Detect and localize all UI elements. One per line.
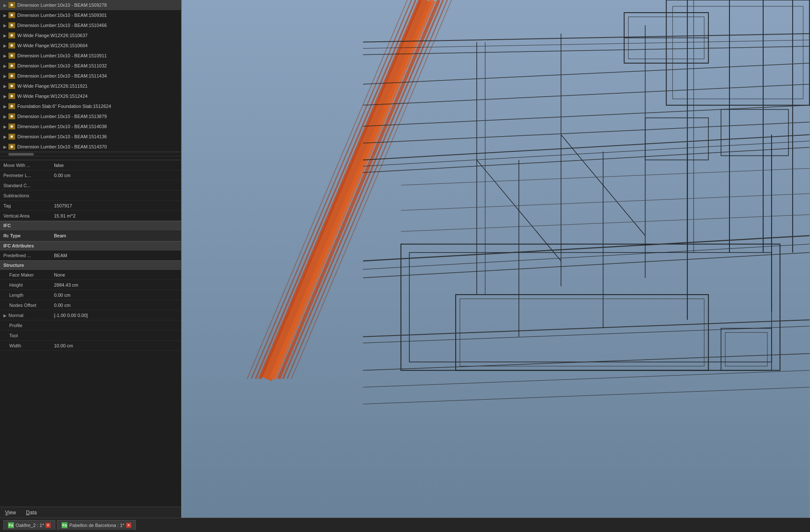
tree-item[interactable]: ▶▣Dimension Lumber:10x10 - BEAM:1509301 <box>0 10 181 20</box>
tree-arrow: ▶ <box>3 13 7 18</box>
section-ifc: IFC <box>0 221 181 230</box>
prop-label: Subtractions <box>3 193 54 198</box>
menu-data[interactable]: Data <box>24 509 38 516</box>
tree-icon: ▣ <box>8 113 15 119</box>
tree-icon: ▣ <box>8 124 15 129</box>
tree-arrow: ▶ <box>3 145 7 149</box>
structure-prop-row[interactable]: ▶Normal[-1.00 0.00 0.00] <box>0 310 181 320</box>
structure-prop-value: [-1.00 0.00 0.00] <box>54 313 178 318</box>
tree-arrow: ▶ <box>3 64 7 68</box>
tab-label-pabellon: Pabellon de Barcelona : 1* <box>69 523 124 528</box>
tree-item[interactable]: ▶▣Dimension Lumber:10x10 - BEAM:1511434 <box>0 71 181 81</box>
structure-prop-row[interactable]: Height2884.43 cm <box>0 280 181 290</box>
scrollbar-thumb <box>8 153 34 156</box>
structure-prop-value: 10.00 cm <box>54 343 178 348</box>
prop-label: Tag <box>3 203 54 208</box>
tree-arrow: ▶ <box>3 104 7 109</box>
prop-label: Move With ... <box>3 163 54 168</box>
tab-close-pabellon[interactable]: ✕ <box>126 523 131 528</box>
tree-item[interactable]: ▶▣Dimension Lumber:10x10 - BEAM:1510466 <box>0 20 181 30</box>
section-structure: Structure <box>0 261 181 270</box>
menu-bar: View Data <box>0 507 181 518</box>
structure-prop-label: Tool <box>3 333 54 338</box>
tree-icon: ▣ <box>8 83 15 89</box>
predefined-label: Predefined ... <box>3 253 54 258</box>
prop-row[interactable]: Perimeter L...0.00 cm <box>0 170 181 180</box>
prop-row[interactable]: Standard C... <box>0 180 181 191</box>
tree-arrow: ▶ <box>3 54 7 58</box>
tree-label: W-Wide Flange:W12X26:1512424 <box>17 94 88 99</box>
tree-list[interactable]: ▶▣Dimension Lumber:10x10 - BEAM:1509278▶… <box>0 0 181 152</box>
tree-item[interactable]: ▶▣W-Wide Flange:W12X26:1510664 <box>0 40 181 51</box>
structure-prop-row[interactable]: Length0.00 cm <box>0 290 181 300</box>
tree-item[interactable]: ▶▣W-Wide Flange:W12X26:1512424 <box>0 91 181 101</box>
ifc-type-row[interactable]: Ifc Type Beam <box>0 230 181 241</box>
tree-item[interactable]: ▶▣W-Wide Flange:W12X26:1510637 <box>0 30 181 40</box>
viewport <box>181 0 810 518</box>
tree-item[interactable]: ▶▣Dimension Lumber:10x10 - BEAM:1514136 <box>0 132 181 142</box>
prop-row[interactable]: Vertical Area15.91 m^2 <box>0 211 181 221</box>
structure-prop-label: ▶Normal <box>3 313 54 318</box>
status-bar: Fo Oakfire_2 : 1* ✕ Fo Pabellon de Barce… <box>0 518 810 532</box>
tree-label: Foundation Slab:6" Foundation Slab:15126… <box>17 104 111 109</box>
structure-rows: Face MakerNoneHeight2884.43 cmLength0.00… <box>0 270 181 351</box>
tree-item[interactable]: ▶▣Dimension Lumber:10x10 - BEAM:1509278 <box>0 0 181 10</box>
structure-prop-row[interactable]: Face MakerNone <box>0 270 181 280</box>
prop-row[interactable]: Move With ...false <box>0 160 181 170</box>
prop-row[interactable]: Subtractions <box>0 191 181 201</box>
tree-item[interactable]: ▶▣Dimension Lumber:10x10 - BEAM:1510911 <box>0 51 181 61</box>
prop-predefined[interactable]: Predefined ... BEAM <box>0 250 181 261</box>
tree-arrow: ▶ <box>3 114 7 119</box>
tree-item[interactable]: ▶▣Dimension Lumber:10x10 - BEAM:1514370 <box>0 142 181 152</box>
tree-label: Dimension Lumber:10x10 - BEAM:1514038 <box>17 124 107 129</box>
prop-value: 1507917 <box>54 203 178 208</box>
menu-view[interactable]: View <box>3 509 18 516</box>
horizontal-scrollbar[interactable] <box>0 152 181 156</box>
tree-label: W-Wide Flange:W12X26:1510637 <box>17 33 88 38</box>
tree-arrow: ▶ <box>3 43 7 48</box>
prop-label: Vertical Area <box>3 213 54 218</box>
tree-icon: ▣ <box>8 43 15 48</box>
structure-prop-value: 0.00 cm <box>54 303 178 308</box>
general-rows: Move With ...falsePerimeter L...0.00 cmS… <box>0 160 181 221</box>
structure-prop-value: None <box>54 272 178 277</box>
tree-icon: ▣ <box>8 93 15 99</box>
tree-icon: ▣ <box>8 32 15 38</box>
tree-label: W-Wide Flange:W12X26:1511921 <box>17 83 88 89</box>
structure-prop-label: Nodes Offset <box>3 303 54 308</box>
structure-prop-label: Profile <box>3 323 54 328</box>
tree-icon: ▣ <box>8 22 15 28</box>
tree-icon: ▣ <box>8 2 15 8</box>
tree-label: Dimension Lumber:10x10 - BEAM:1510911 <box>17 53 107 58</box>
tree-item[interactable]: ▶▣Dimension Lumber:10x10 - BEAM:1511032 <box>0 61 181 71</box>
left-panel: ▶▣Dimension Lumber:10x10 - BEAM:1509278▶… <box>0 0 181 518</box>
structure-prop-row[interactable]: Tool <box>0 330 181 341</box>
structure-prop-row[interactable]: Nodes Offset0.00 cm <box>0 300 181 310</box>
tree-arrow: ▶ <box>3 124 7 129</box>
tree-arrow: ▶ <box>3 74 7 78</box>
structure-prop-row[interactable]: Width10.00 cm <box>0 341 181 351</box>
tree-icon: ▣ <box>8 63 15 69</box>
tree-label: Dimension Lumber:10x10 - BEAM:1511032 <box>17 63 107 68</box>
structure-prop-label: Length <box>3 293 54 298</box>
tree-arrow: ▶ <box>3 33 7 38</box>
section-ifc-attributes: IFC Attributes <box>0 241 181 250</box>
tab-close-oakfire[interactable]: ✕ <box>46 523 51 528</box>
structure-prop-row[interactable]: Profile <box>0 320 181 330</box>
structure-prop-value: 2884.43 cm <box>54 282 178 287</box>
prop-row[interactable]: Tag1507917 <box>0 201 181 211</box>
tree-item[interactable]: ▶▣Foundation Slab:6" Foundation Slab:151… <box>0 101 181 111</box>
tree-label: Dimension Lumber:10x10 - BEAM:1514370 <box>17 144 107 149</box>
tree-item[interactable]: ▶▣Dimension Lumber:10x10 - BEAM:1514038 <box>0 121 181 132</box>
tree-item[interactable]: ▶▣W-Wide Flange:W12X26:1511921 <box>0 81 181 91</box>
tab-oakfire[interactable]: Fo Oakfire_2 : 1* ✕ <box>3 520 55 530</box>
tree-item[interactable]: ▶▣Dimension Lumber:10x10 - BEAM:1513879 <box>0 111 181 121</box>
tree-icon: ▣ <box>8 134 15 140</box>
tree-label: Dimension Lumber:10x10 - BEAM:1509278 <box>17 3 107 8</box>
tab-label-oakfire: Oakfire_2 : 1* <box>16 523 44 528</box>
structure-prop-value: 0.00 cm <box>54 293 178 298</box>
tree-label: Dimension Lumber:10x10 - BEAM:1511434 <box>17 73 107 78</box>
tree-icon: ▣ <box>8 103 15 109</box>
tree-arrow: ▶ <box>3 23 7 28</box>
tab-pabellon[interactable]: Fo Pabellon de Barcelona : 1* ✕ <box>57 520 135 530</box>
